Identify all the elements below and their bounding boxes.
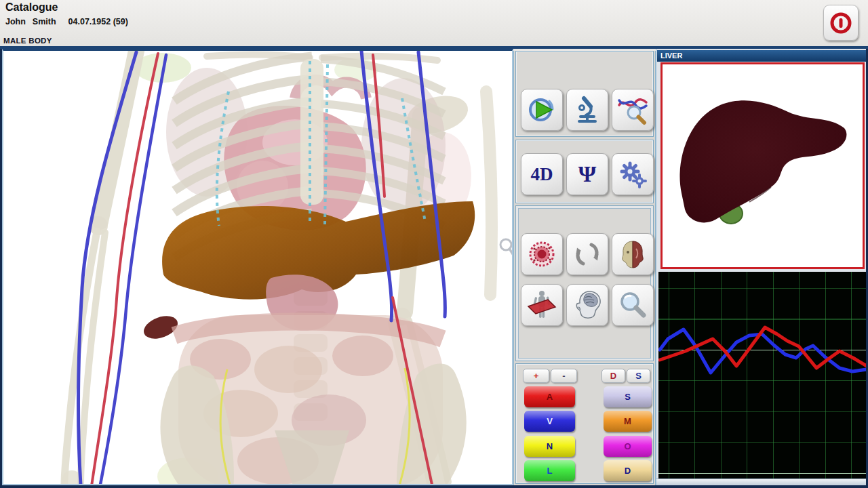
dna-research-button[interactable] (612, 89, 654, 131)
head-section-icon (572, 289, 603, 321)
organ-title-bar: LIVER (657, 50, 866, 62)
nls-diagnostic-app: Catalogue JohnSmith04.07.1952 (59) MALE … (0, 0, 868, 488)
blue-waveform (660, 329, 867, 373)
magnifier-icon (617, 289, 648, 321)
s-mode-button[interactable]: S (627, 369, 650, 383)
microscope-button[interactable] (566, 89, 608, 131)
channel-m-button[interactable]: M (604, 411, 652, 432)
model-section-label: MALE BODY (3, 37, 52, 45)
liver-3d-render (663, 64, 863, 267)
channel-a-label: A (547, 392, 553, 402)
channel-l-button[interactable]: L (524, 460, 575, 481)
channel-n-button[interactable]: N (524, 436, 575, 457)
waveform-graph[interactable] (658, 272, 867, 479)
channel-l-label: L (547, 466, 553, 476)
organ-3d-box[interactable] (660, 62, 865, 269)
channel-o-button[interactable]: O (604, 436, 652, 457)
window-edge-left (0, 49, 2, 488)
anatomy-render (3, 51, 513, 485)
toolbar-group-scan (515, 51, 654, 137)
channel-v-button[interactable]: V (524, 411, 575, 432)
toolbar-group-modes: 4D Ψ (515, 140, 654, 203)
body-slice-button[interactable] (521, 284, 563, 326)
panel-resize-strip[interactable] (656, 479, 867, 485)
anatomy-head-icon (618, 239, 648, 269)
channel-o-label: O (624, 441, 631, 451)
anatomy-model-button[interactable] (612, 233, 654, 275)
power-button[interactable] (823, 5, 859, 41)
cell-icon (527, 239, 557, 269)
refresh-icon (572, 239, 602, 269)
cell-level-button[interactable] (521, 233, 563, 275)
dna-magnifier-icon (617, 94, 648, 125)
toolbar-column: 4D Ψ (513, 51, 656, 485)
settings-button[interactable] (612, 153, 654, 195)
microscope-icon (572, 95, 602, 125)
gears-icon (618, 159, 648, 189)
channel-n-label: N (547, 441, 553, 451)
channel-d-label: D (625, 466, 631, 476)
psi-label: Ψ (578, 163, 597, 186)
play-button[interactable] (521, 89, 563, 131)
channel-a-button[interactable]: A (524, 386, 575, 407)
window-edge-bottom (0, 485, 868, 488)
zoom-search-button[interactable] (612, 284, 654, 326)
selector-panel: + - D S A V N L S M O D (515, 363, 654, 484)
header: Catalogue JohnSmith04.07.1952 (59) MALE … (0, 0, 868, 46)
channel-m-label: M (624, 416, 631, 426)
psi-analysis-button[interactable]: Ψ (566, 153, 608, 195)
play-icon (526, 94, 557, 125)
waveform-svg (658, 272, 867, 479)
refresh-button[interactable] (566, 233, 608, 275)
head-section-button[interactable] (566, 284, 608, 326)
patient-last-name: Smith (33, 17, 56, 26)
channel-v-label: V (547, 416, 553, 426)
page-title: Catalogue (5, 1, 58, 14)
minus-button[interactable]: - (551, 369, 577, 383)
d-mode-button[interactable]: D (601, 369, 625, 383)
channel-s-label: S (625, 392, 631, 402)
toolbar-group-views (515, 205, 654, 361)
4d-label: 4D (531, 165, 553, 184)
power-icon (828, 9, 854, 37)
body-3d-viewport[interactable] (2, 49, 513, 485)
organ-panel: LIVER (656, 49, 866, 485)
patient-info: JohnSmith04.07.1952 (59) (5, 17, 128, 26)
patient-first-name: John (5, 17, 26, 26)
plus-button[interactable]: + (523, 369, 549, 383)
4d-view-button[interactable]: 4D (521, 153, 563, 195)
body-plane-icon (526, 289, 557, 321)
channel-d-button[interactable]: D (604, 460, 652, 481)
channel-s-button[interactable]: S (604, 386, 652, 407)
patient-dob: 04.07.1952 (59) (68, 17, 128, 26)
